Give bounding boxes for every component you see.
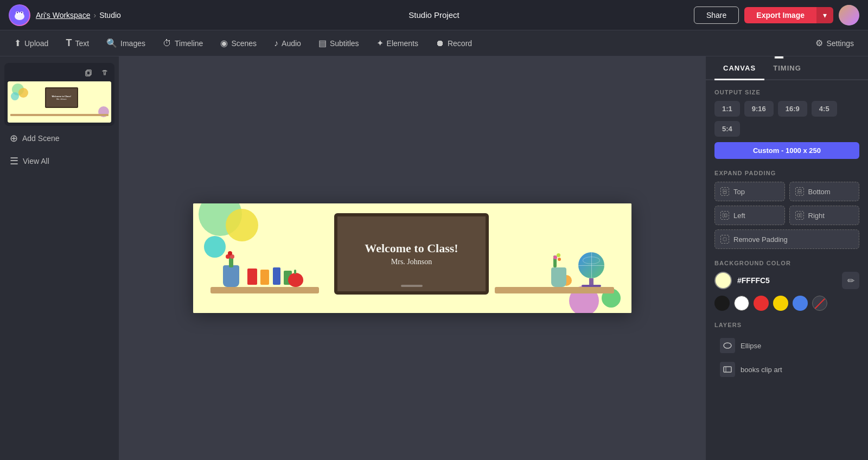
svg-rect-10 — [723, 191, 726, 194]
svg-rect-15 — [800, 213, 802, 218]
toolbar-settings[interactable]: ⚙ Settings — [808, 35, 861, 52]
padding-top-icon — [720, 187, 729, 196]
subtitles-icon: ▤ — [318, 38, 327, 48]
app-logo[interactable] — [9, 4, 30, 26]
elements-icon: ✦ — [376, 38, 384, 48]
svg-rect-19 — [724, 367, 731, 372]
size-btn-16-9[interactable]: 16:9 — [778, 101, 807, 117]
toolbar-subtitles-label: Subtitles — [330, 39, 359, 48]
toolbar-record[interactable]: ⏺ Record — [428, 35, 480, 52]
size-btn-1-1[interactable]: 1:1 — [714, 101, 740, 117]
toolbar-text[interactable]: T Text — [58, 34, 97, 52]
main-area: Welcome to Class! Mrs. Johnson ⊕ Add Sce… — [0, 56, 868, 460]
padding-left-icon — [720, 211, 729, 220]
swatch-none[interactable] — [812, 296, 827, 311]
bg-color-swatch[interactable] — [714, 272, 732, 289]
toolbar-timeline[interactable]: ⏱ Timeline — [155, 35, 210, 52]
project-title: Studio Project — [409, 10, 459, 20]
globe — [578, 252, 604, 287]
audio-icon: ♪ — [274, 39, 278, 48]
export-button[interactable]: Export Image — [744, 7, 816, 23]
padding-remove-icon — [720, 235, 729, 244]
shelf-left — [210, 287, 319, 293]
expand-padding-section: EXPAND PADDING Top Bottom — [706, 170, 868, 249]
swatch-red[interactable] — [754, 296, 769, 311]
custom-size-button[interactable]: Custom - 1000 x 250 — [714, 142, 859, 159]
background-color-section: BACKGROUND COLOR #FFFFC5 ✏ — [706, 260, 868, 311]
size-btn-4-5[interactable]: 4:5 — [812, 101, 837, 117]
padding-right-label: Right — [808, 212, 825, 220]
padding-top-label: Top — [733, 188, 745, 196]
right-panel: CANVAS TIMING OUTPUT SIZE 1:1 9:16 16:9 … — [705, 56, 868, 460]
toolbar-scenes[interactable]: ◉ Scenes — [213, 35, 264, 52]
toolbar-scenes-label: Scenes — [231, 39, 257, 48]
padding-left-button[interactable]: Left — [714, 206, 785, 225]
size-buttons: 1:1 9:16 16:9 4:5 5:4 — [714, 101, 859, 137]
toolbar-upload[interactable]: ⬆ Upload — [7, 35, 56, 52]
user-avatar[interactable] — [839, 5, 859, 25]
svg-rect-12 — [797, 192, 802, 194]
view-all-label: View All — [23, 157, 49, 165]
toolbar-images[interactable]: 🔍 Images — [99, 35, 153, 52]
swatch-yellow[interactable] — [773, 296, 788, 311]
toolbar-upload-label: Upload — [24, 39, 48, 48]
svg-point-18 — [724, 343, 731, 348]
toolbar-record-label: Record — [448, 39, 472, 48]
toolbar-images-label: Images — [120, 39, 145, 48]
toolbar-audio-label: Audio — [282, 39, 301, 48]
chalkboard[interactable]: Welcome to Class! Mrs. Johnson — [334, 213, 489, 295]
padding-top-button[interactable]: Top — [714, 182, 785, 201]
breadcrumb: Ari's Workspace › Studio — [36, 11, 121, 20]
share-button[interactable]: Share — [694, 7, 739, 24]
vase — [223, 265, 239, 287]
toolbar: ⬆ Upload T Text 🔍 Images ⏱ Timeline ◉ Sc… — [0, 30, 868, 56]
panel-tabs: CANVAS TIMING — [706, 56, 868, 80]
top-nav: Ari's Workspace › Studio Studio Project … — [0, 0, 868, 30]
padding-remove-button[interactable]: Remove Padding — [714, 229, 859, 249]
swatch-black[interactable] — [714, 296, 730, 311]
padding-bottom-label: Bottom — [808, 188, 831, 196]
layers-section: LAYERS Ellipse books clip art — [706, 322, 868, 381]
view-all-icon: ☰ — [10, 155, 18, 167]
add-scene-button[interactable]: ⊕ Add Scene — [4, 128, 114, 149]
swatch-blue[interactable] — [793, 296, 808, 311]
svg-point-5 — [21, 11, 22, 13]
padding-bottom-button[interactable]: Bottom — [789, 182, 860, 201]
workspace-link[interactable]: Ari's Workspace — [36, 11, 90, 20]
padding-right-button[interactable]: Right — [789, 206, 860, 225]
timeline-icon: ⏱ — [163, 39, 171, 48]
scene-delete-icon[interactable] — [98, 66, 111, 79]
scenes-icon: ◉ — [220, 38, 228, 48]
books — [247, 267, 292, 287]
padding-remove-label: Remove Padding — [733, 235, 788, 244]
svg-rect-17 — [723, 238, 726, 241]
layer-ellipse[interactable]: Ellipse — [714, 334, 859, 357]
toolbar-audio[interactable]: ♪ Audio — [266, 35, 309, 52]
output-size-label: OUTPUT SIZE — [714, 89, 859, 95]
chalk-eraser — [401, 285, 423, 287]
size-btn-5-4[interactable]: 5:4 — [714, 121, 740, 137]
layers-label: LAYERS — [714, 322, 859, 328]
padding-left-label: Left — [733, 212, 745, 220]
record-icon: ⏺ — [436, 39, 444, 48]
text-icon: T — [66, 37, 72, 49]
toolbar-elements[interactable]: ✦ Elements — [369, 35, 426, 52]
settings-icon: ⚙ — [815, 38, 823, 48]
canvas-area[interactable]: Welcome to Class! Mrs. Johnson — [119, 56, 705, 460]
tab-canvas[interactable]: CANVAS — [714, 56, 764, 80]
view-all-button[interactable]: ☰ View All — [4, 151, 114, 171]
padding-buttons: Top Bottom Left — [714, 182, 859, 249]
scene-copy-icon[interactable] — [82, 66, 95, 79]
canvas-frame[interactable]: Welcome to Class! Mrs. Johnson — [193, 203, 631, 313]
bg-color-picker-button[interactable]: ✏ — [842, 272, 859, 289]
scene-thumbnail[interactable]: Welcome to Class! Mrs. Johnson — [4, 63, 114, 126]
flower-vase-right — [551, 267, 566, 287]
toolbar-subtitles[interactable]: ▤ Subtitles — [311, 35, 367, 52]
export-dropdown-button[interactable]: ▾ — [816, 7, 833, 23]
shelf-right — [495, 287, 614, 293]
size-btn-9-16[interactable]: 9:16 — [744, 101, 774, 117]
scene-thumb-header — [8, 66, 111, 79]
layer-books[interactable]: books clip art — [714, 357, 859, 381]
swatch-white[interactable] — [734, 296, 749, 311]
output-size-section: OUTPUT SIZE 1:1 9:16 16:9 4:5 5:4 Custom… — [706, 89, 868, 159]
